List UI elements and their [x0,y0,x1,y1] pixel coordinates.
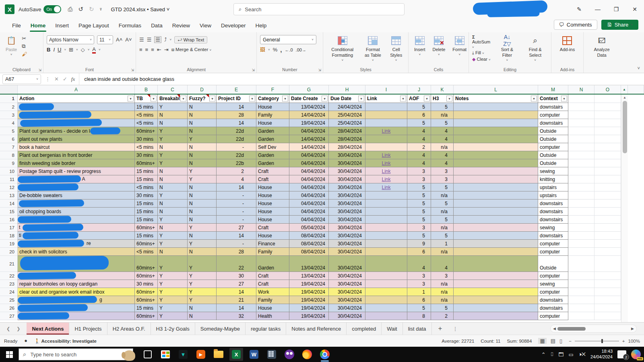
cell-date-created[interactable]: 19/04/2024 [289,296,329,304]
cell-aof[interactable]: 5 [407,208,431,216]
cell-aof[interactable]: 6 [407,248,431,256]
cell-h3[interactable]: 1 [431,240,454,248]
cell-due-date[interactable]: 30/04/2024 [329,183,365,191]
sheet-options-icon[interactable]: ⋮ [448,323,462,335]
cell-o[interactable] [594,208,621,216]
close-button[interactable]: ✕ [625,0,644,19]
cell-link[interactable] [365,119,407,127]
cell-category[interactable]: House [256,208,289,216]
cell-breakable[interactable]: Y [158,304,188,312]
cell-o[interactable] [594,200,621,208]
cell-project-id[interactable]: 14 [217,119,256,127]
cell-category[interactable]: Craft [256,175,289,183]
cell-context[interactable]: downstairs [538,304,568,312]
filter-dropdown-icon[interactable]: ▾ [561,96,567,102]
cell-context[interactable]: upstairs [538,191,568,200]
cut-icon[interactable]: ✂ [22,35,27,41]
cell-h3[interactable]: n/a [431,143,454,151]
row-header-16[interactable]: 16 [0,216,18,224]
row-header-8[interactable]: 8 [0,151,18,159]
cell-category[interactable]: Garden [256,256,289,272]
cell-date-created[interactable]: 04/04/2024 [289,200,329,208]
cell-notes[interactable] [454,200,538,208]
row-header-2[interactable]: 2 [0,103,18,111]
cell-breakable[interactable]: Y [158,256,188,272]
comments-button[interactable]: 🗩Comments [554,20,597,30]
cell-h3[interactable]: 4 [431,159,454,167]
row-header-27[interactable]: 27 [0,312,18,320]
cell-notes[interactable] [454,135,538,143]
column-header-A[interactable]: A [18,85,135,94]
cell-date-created[interactable]: 13/04/2024 [289,103,329,111]
link-text[interactable]: Link [382,185,390,190]
link-text[interactable]: Link [382,128,390,134]
header-cell-context[interactable]: Context▾ [538,95,568,103]
cell-context[interactable]: computer [538,111,568,119]
cell-fuzzy[interactable]: N [188,248,217,256]
cell-context[interactable]: computer [538,143,568,151]
cell-o[interactable] [594,191,621,200]
header-cell-tb[interactable]: TB▾ [135,95,158,103]
row-header-5[interactable]: 5 [0,127,18,135]
cell-breakable[interactable]: N [158,248,188,256]
cell-notes[interactable] [454,167,538,175]
normal-view-icon[interactable]: ▦ [538,338,546,344]
cell-breakable[interactable]: Y [158,216,188,224]
filter-dropdown-icon[interactable]: ▾ [180,96,186,102]
fill-button[interactable]: ⤓ Fill ˅ [472,50,491,56]
taskbar-search-input[interactable]: ⌕ Type here to search [19,348,133,360]
cell-link[interactable] [365,288,407,296]
cell-date-created[interactable]: 19/04/2024 [289,119,329,127]
cell-o[interactable] [594,256,621,272]
excel-app-icon[interactable]: X [5,4,14,14]
align-center-icon[interactable]: ≡ [145,47,149,53]
cell-project-id[interactable]: 14 [217,232,256,240]
grow-font-icon[interactable]: A˄ [116,37,122,43]
cell-o[interactable] [594,304,621,312]
cell-n[interactable] [568,175,594,183]
taskbar-app-chrome[interactable] [316,347,334,362]
cell-aof[interactable]: 4 [407,151,431,159]
cell-o[interactable] [594,111,621,119]
bold-button[interactable]: B [47,47,50,53]
menu-tab-help[interactable]: Help [251,20,272,31]
cell-fuzzy[interactable]: N [188,119,217,127]
cell-fuzzy[interactable]: Y [188,280,217,288]
cell-project-id[interactable]: - [217,216,256,224]
cell-action[interactable] [18,103,135,111]
cell-due-date[interactable]: 30/04/2024 [329,240,365,248]
teams-tray-icon[interactable]: 🗔 [559,352,564,358]
cell-n[interactable] [568,240,594,248]
cell-tb[interactable]: 60mins+ [135,159,158,167]
cell-action[interactable]: book a haircut [18,143,135,151]
percent-style-icon[interactable]: % [273,47,278,53]
cell-link[interactable] [365,280,407,288]
cell-notes[interactable] [454,232,538,240]
cell-action[interactable]: oil chopping boards [18,208,135,216]
alignment-dialog-launcher[interactable]: ⇲ [252,68,255,72]
cell-context[interactable]: Outside [538,151,568,159]
cell-aof[interactable]: 6 [407,296,431,304]
cell-due-date[interactable]: 30/04/2024 [329,248,365,256]
cell-context[interactable]: Outside [538,127,568,135]
accounting-format-icon[interactable]: 🖽 [260,47,265,53]
cell-due-date[interactable]: 30/04/2024 [329,200,365,208]
cell-notes[interactable] [454,151,538,159]
cell-aof[interactable]: 6 [407,111,431,119]
cell-due-date[interactable]: 25/04/2024 [329,119,365,127]
font-name-select[interactable]: Aptos Narrow˅ [47,35,94,44]
cell-notes[interactable] [454,127,538,135]
cell-context[interactable]: computer [538,240,568,248]
zoom-slider[interactable] [575,341,619,341]
cell-link[interactable] [365,256,407,272]
clipboard-dialog-launcher[interactable]: ⇲ [38,68,41,72]
cell-due-date[interactable]: 30/04/2024 [329,167,365,175]
save-icon[interactable]: ⎙ [68,6,72,13]
cell-due-date[interactable]: 28/04/2024 [329,143,365,151]
cell-fuzzy[interactable]: N [188,143,217,151]
cell-h3[interactable]: 5 [431,304,454,312]
cell-fuzzy[interactable]: N [188,191,217,200]
cell-aof[interactable]: 4 [407,256,431,272]
cell-n[interactable] [568,280,594,288]
cell-n[interactable] [568,191,594,200]
